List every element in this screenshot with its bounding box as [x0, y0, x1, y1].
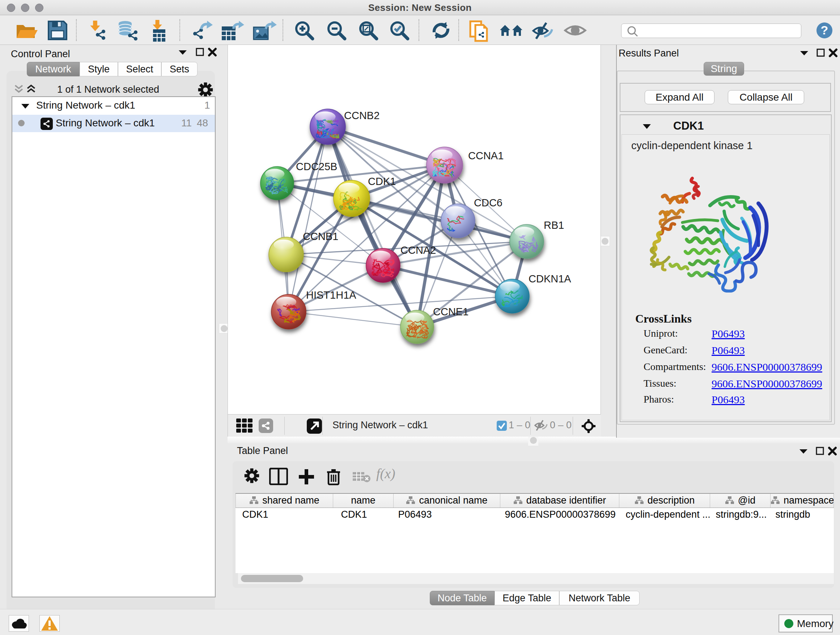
svg-text:CCNB1: CCNB1 — [303, 231, 338, 242]
svg-text:CCNE1: CCNE1 — [433, 306, 469, 318]
svg-text:CDC25B: CDC25B — [296, 161, 337, 172]
svg-text:CDKN1A: CDKN1A — [529, 273, 571, 285]
svg-text:CCNA1: CCNA1 — [468, 150, 504, 162]
svg-text:CDC6: CDC6 — [474, 197, 502, 209]
svg-text:CDK1: CDK1 — [368, 176, 396, 187]
svg-text:?: ? — [821, 23, 829, 37]
svg-text:HIST1H1A: HIST1H1A — [306, 289, 356, 301]
svg-text:CCNB2: CCNB2 — [344, 110, 379, 121]
svg-text:RB1: RB1 — [544, 219, 564, 231]
svg-text:CCNA2: CCNA2 — [401, 244, 436, 256]
